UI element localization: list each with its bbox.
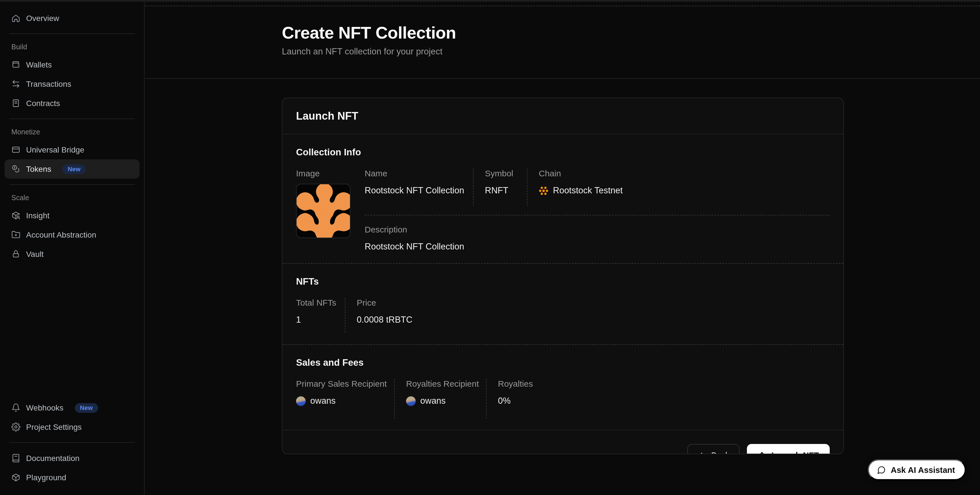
folder-dot-icon (11, 230, 21, 239)
sidebar-item-playground[interactable]: Playground (5, 468, 140, 487)
collection-image-column: Image (296, 169, 365, 252)
page-title: Create NFT Collection (282, 23, 980, 43)
description-value: Rootstock NFT Collection (365, 242, 830, 252)
sidebar-divider (9, 184, 135, 185)
royalties-value: 0% (498, 396, 533, 406)
sidebar-item-label: Overview (26, 14, 59, 23)
launch-nft-button[interactable]: Launch NFT (747, 444, 830, 454)
sidebar-item-label: Project Settings (26, 422, 82, 431)
new-badge: New (63, 164, 86, 174)
sidebar-item-label: Universal Bridge (26, 145, 84, 154)
royalties-recipient-field: Royalties Recipient owans (395, 379, 486, 419)
royalties-recipient-value: owans (420, 396, 446, 406)
sidebar-item-label: Documentation (26, 454, 80, 463)
contract-icon (11, 99, 21, 108)
back-button-label: Back (711, 451, 730, 454)
sidebar-item-label: Wallets (26, 60, 52, 69)
page-subtitle: Launch an NFT collection for your projec… (282, 46, 980, 57)
chat-bubble-icon (877, 465, 886, 474)
main-content: Create NFT Collection Launch an NFT coll… (145, 2, 980, 495)
name-field: Name Rootstock NFT Collection (365, 169, 473, 206)
royalties-field: Royalties 0% (487, 379, 533, 419)
card-footer: Back Launch NFT (282, 430, 843, 454)
avatar (296, 396, 306, 406)
bell-icon (11, 403, 21, 412)
sidebar-item-documentation[interactable]: Documentation (5, 449, 140, 468)
sidebar-item-webhooks[interactable]: Webhooks New (5, 398, 140, 417)
card-title: Launch NFT (296, 110, 358, 122)
ask-ai-assistant-label: Ask AI Assistant (891, 465, 955, 474)
sales-fees-heading: Sales and Fees (296, 357, 830, 368)
book-icon (11, 454, 21, 463)
sales-fees-section: Sales and Fees Primary Sales Recipient o… (282, 344, 843, 430)
gear-icon (11, 422, 21, 431)
sidebar-item-vault[interactable]: Vault (5, 244, 140, 264)
image-label: Image (296, 169, 365, 178)
sidebar-divider (9, 33, 135, 34)
launch-nft-card: Launch NFT Collection Info Image (282, 97, 844, 454)
total-nfts-label: Total NFTs (296, 298, 345, 307)
page-header: Create NFT Collection Launch an NFT coll… (145, 6, 980, 79)
ask-ai-assistant-button[interactable]: Ask AI Assistant (867, 459, 966, 480)
sidebar-section-monetize: Monetize (5, 125, 140, 140)
sidebar-item-universal-bridge[interactable]: Universal Bridge (5, 140, 140, 159)
chain-field: Chain Rootstock (527, 169, 830, 206)
sidebar-item-label: Contracts (26, 99, 60, 108)
sidebar-item-insight[interactable]: Insight (5, 206, 140, 225)
arrows-left-right-icon (11, 80, 21, 88)
collection-info-section: Collection Info Image (282, 134, 843, 263)
sidebar-item-label: Account Abstraction (26, 230, 96, 239)
symbol-label: Symbol (485, 169, 527, 178)
primary-sales-recipient-value: owans (310, 396, 336, 406)
arrow-left-icon (698, 451, 706, 454)
card-header: Launch NFT (282, 98, 843, 134)
cube-icon (11, 473, 21, 482)
total-nfts-value: 1 (296, 315, 345, 325)
sidebar-item-transactions[interactable]: Transactions (5, 74, 140, 94)
sidebar-item-contracts[interactable]: Contracts (5, 94, 140, 113)
sidebar-divider (9, 118, 135, 119)
back-button[interactable]: Back (687, 444, 740, 454)
upload-icon (758, 451, 766, 454)
collection-image (296, 184, 350, 238)
launch-nft-button-label: Launch NFT (771, 451, 819, 454)
royalties-label: Royalties (498, 379, 533, 388)
sidebar-spacer (5, 264, 140, 398)
sidebar-section-scale: Scale (5, 191, 140, 206)
description-field: Description Rootstock NFT Collection (365, 215, 830, 252)
sidebar-item-tokens[interactable]: Tokens New (5, 159, 140, 178)
wallet-icon (11, 60, 21, 69)
nfts-heading: NFTs (296, 276, 830, 287)
symbol-field: Symbol RNFT (474, 169, 527, 206)
sidebar-item-label: Vault (26, 250, 44, 259)
primary-sales-recipient-field: Primary Sales Recipient owans (296, 379, 394, 419)
price-value: 0.0008 tRBTC (357, 315, 412, 325)
sidebar-section-build: Build (5, 40, 140, 55)
name-value: Rootstock NFT Collection (365, 185, 473, 196)
nfts-section: NFTs Total NFTs 1 Price 0.0008 tRBTC (282, 263, 843, 344)
sidebar-item-label: Webhooks (26, 403, 64, 412)
chain-label: Chain (539, 169, 830, 178)
sidebar-item-label: Insight (26, 211, 49, 220)
box-search-icon (11, 211, 21, 220)
sidebar-item-label: Playground (26, 473, 66, 482)
credit-card-icon (11, 145, 21, 154)
symbol-value: RNFT (485, 185, 527, 196)
lock-icon (11, 250, 21, 259)
royalties-recipient-label: Royalties Recipient (406, 379, 486, 388)
sidebar-item-overview[interactable]: Overview (5, 8, 140, 28)
window-top-strip (0, 0, 980, 2)
total-nfts-field: Total NFTs 1 (296, 298, 345, 333)
collection-image-art (297, 184, 350, 238)
collection-info-heading: Collection Info (296, 147, 830, 158)
chain-value: Rootstock Testnet (553, 185, 623, 196)
sidebar-item-project-settings[interactable]: Project Settings (5, 417, 140, 437)
name-label: Name (365, 169, 473, 178)
sidebar-item-wallets[interactable]: Wallets (5, 55, 140, 74)
app-viewport: Overview Build Wallets Transactions Cont… (0, 0, 980, 495)
rootstock-chain-icon (539, 186, 549, 195)
sidebar-item-label: Tokens (26, 164, 51, 173)
sidebar: Overview Build Wallets Transactions Cont… (0, 2, 145, 495)
sidebar-item-account-abstraction[interactable]: Account Abstraction (5, 225, 140, 244)
home-icon (11, 14, 21, 23)
